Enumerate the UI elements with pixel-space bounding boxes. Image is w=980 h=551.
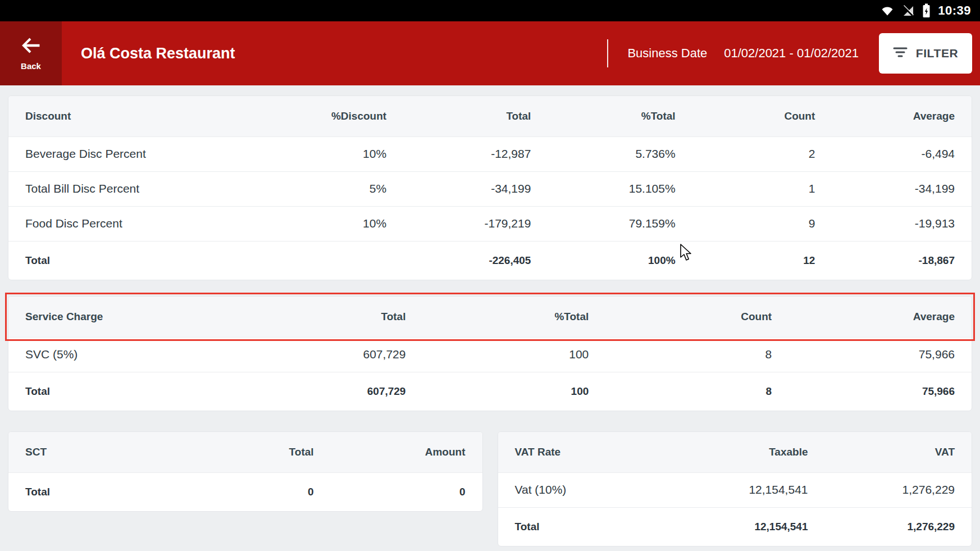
cell-vat-rate: Vat (10%) (498, 472, 673, 507)
column-header: Taxable (673, 432, 825, 472)
cell: -18,867 (832, 241, 972, 280)
column-header: Discount (8, 96, 249, 136)
column-header: Count (692, 96, 832, 136)
filter-button[interactable]: FILTER (879, 33, 972, 74)
cell: 0 (331, 472, 482, 511)
table-total-row: Total -226,405 100% 12 -18,867 (8, 241, 972, 280)
column-header: %Discount (249, 96, 403, 136)
cell-total-label: Total (8, 241, 249, 280)
cell-discount-name: Total Bill Disc Percent (8, 171, 249, 206)
table-row: Food Disc Percent 10% -179,219 79.159% 9… (8, 206, 972, 241)
cell: 100 (422, 372, 605, 411)
cell: 79.159% (548, 206, 692, 241)
cell-discount-name: Beverage Disc Percent (8, 136, 249, 171)
column-header: Service Charge (8, 297, 249, 337)
column-header: Total (198, 432, 330, 472)
status-bar: 10:39 (0, 0, 980, 21)
cell: 100% (548, 241, 692, 280)
back-button-label: Back (21, 61, 41, 71)
sct-table-card: SCT Total Amount Total 0 0 (8, 431, 483, 512)
column-header: Average (788, 297, 972, 337)
table-row: Beverage Disc Percent 10% -12,987 5.736%… (8, 136, 972, 171)
cell: 1,276,229 (825, 507, 972, 546)
discount-table: Discount %Discount Total %Total Count Av… (8, 96, 972, 280)
column-header: Count (605, 297, 788, 337)
service-charge-table: Service Charge Total %Total Count Averag… (8, 297, 972, 411)
cell: -12,987 (403, 136, 548, 171)
cell-discount-name: Food Disc Percent (8, 206, 249, 241)
battery-charging-icon (922, 3, 931, 18)
filter-icon (893, 47, 908, 61)
cell: 12,154,541 (673, 507, 825, 546)
cell: 5% (249, 171, 403, 206)
cell: 5.736% (548, 136, 692, 171)
business-date-label: Business Date (627, 46, 707, 61)
cell: 1,276,229 (825, 472, 972, 507)
cell: 12 (692, 241, 832, 280)
column-header: VAT (825, 432, 972, 472)
back-button[interactable]: Back (0, 21, 62, 85)
vat-table-card: VAT Rate Taxable VAT Vat (10%) 12,154,54… (498, 431, 973, 547)
table-row: SVC (5%) 607,729 100 8 75,966 (8, 337, 972, 372)
column-header: %Total (548, 96, 692, 136)
cell: 9 (692, 206, 832, 241)
cell-service-charge-name: SVC (5%) (8, 337, 249, 372)
table-row: Vat (10%) 12,154,541 1,276,229 (498, 472, 972, 507)
cell: 15.105% (548, 171, 692, 206)
sct-header-row: SCT Total Amount (8, 432, 482, 472)
cell (249, 241, 403, 280)
table-total-row: Total 12,154,541 1,276,229 (498, 507, 972, 546)
page-title: Olá Costa Restaurant (81, 45, 235, 62)
cell: 100 (422, 337, 605, 372)
cell: 75,966 (788, 337, 972, 372)
cell: 607,729 (249, 372, 423, 411)
clock: 10:39 (938, 3, 971, 18)
cell: 1 (692, 171, 832, 206)
cell: 8 (605, 337, 788, 372)
bottom-tables-row: SCT Total Amount Total 0 0 (8, 431, 972, 547)
cell: 10% (249, 136, 403, 171)
cell: 0 (198, 472, 330, 511)
discount-table-header-row: Discount %Discount Total %Total Count Av… (8, 96, 972, 136)
column-header: Average (832, 96, 972, 136)
cell: -6,494 (832, 136, 972, 171)
business-date-range[interactable]: 01/02/2021 - 01/02/2021 (724, 46, 859, 61)
report-content: Discount %Discount Total %Total Count Av… (0, 85, 980, 547)
cell: -226,405 (403, 241, 548, 280)
appbar-divider (607, 39, 608, 67)
cell: 75,966 (788, 372, 972, 411)
service-charge-table-card: Service Charge Total %Total Count Averag… (8, 296, 972, 411)
table-total-row: Total 0 0 (8, 472, 482, 511)
column-header: Total (249, 297, 423, 337)
cell: -179,219 (403, 206, 548, 241)
cell: 8 (605, 372, 788, 411)
cell-total-label: Total (8, 472, 198, 511)
sct-table: SCT Total Amount Total 0 0 (8, 432, 482, 511)
column-header: Total (403, 96, 548, 136)
cell-total-label: Total (498, 507, 673, 546)
cell: -34,199 (403, 171, 548, 206)
back-arrow-icon (20, 36, 42, 57)
service-charge-section: Service Charge Total %Total Count Averag… (8, 296, 972, 411)
no-signal-icon (901, 4, 915, 17)
column-header: SCT (8, 432, 198, 472)
table-total-row: Total 607,729 100 8 75,966 (8, 372, 972, 411)
cell: 607,729 (249, 337, 423, 372)
cell-total-label: Total (8, 372, 249, 411)
vat-table: VAT Rate Taxable VAT Vat (10%) 12,154,54… (498, 432, 972, 546)
service-charge-header-row: Service Charge Total %Total Count Averag… (8, 297, 972, 337)
column-header: %Total (422, 297, 605, 337)
cell: 2 (692, 136, 832, 171)
column-header: VAT Rate (498, 432, 673, 472)
wifi-icon (881, 4, 894, 17)
table-row: Total Bill Disc Percent 5% -34,199 15.10… (8, 171, 972, 206)
app-bar: Back Olá Costa Restaurant Business Date … (0, 21, 980, 85)
cell: -34,199 (832, 171, 972, 206)
filter-button-label: FILTER (916, 47, 959, 60)
discount-table-card: Discount %Discount Total %Total Count Av… (8, 95, 972, 280)
cell: 12,154,541 (673, 472, 825, 507)
vat-header-row: VAT Rate Taxable VAT (498, 432, 972, 472)
column-header: Amount (331, 432, 482, 472)
cell: -19,913 (832, 206, 972, 241)
cell: 10% (249, 206, 403, 241)
